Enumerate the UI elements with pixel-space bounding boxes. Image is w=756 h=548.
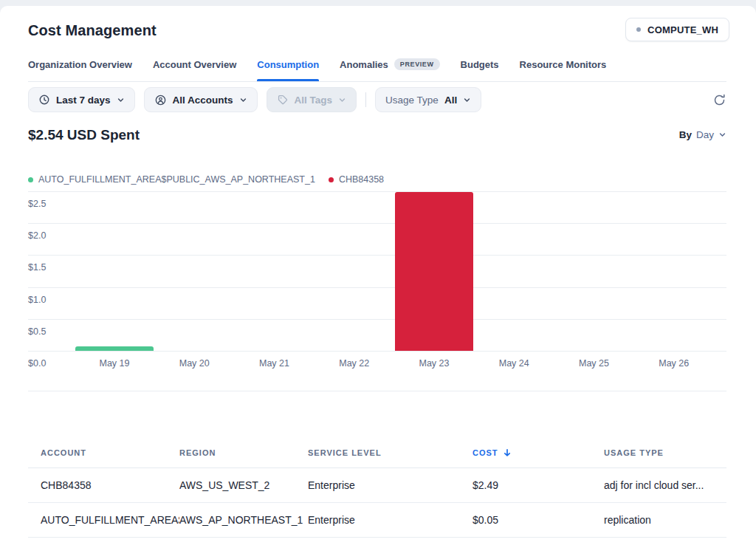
- consumption-table: ACCOUNT REGION SERVICE LEVEL COST USAGE …: [28, 437, 726, 538]
- cell-usage-type: adj for incl cloud ser...: [604, 479, 726, 491]
- x-axis-tick-label: May 19: [100, 358, 130, 369]
- warehouse-status-dot-icon: [636, 27, 641, 32]
- tags-filter: All Tags: [267, 87, 357, 112]
- tab-anomalies[interactable]: Anomalies PREVIEW: [340, 58, 439, 81]
- legend-dot-icon: [329, 177, 334, 182]
- tag-icon: [277, 94, 289, 106]
- filter-divider: [365, 92, 366, 107]
- gridline: [28, 223, 726, 224]
- table-row: CHB84358 AWS_US_WEST_2 Enterprise $2.49 …: [28, 468, 726, 503]
- table-row: AUTO_FULFILLMENT_AREA$PUBLIC AWS_AP_NORT…: [28, 503, 726, 538]
- column-header-usage-type[interactable]: USAGE TYPE: [604, 448, 726, 457]
- tab-bar: Organization Overview Account Overview C…: [28, 58, 726, 82]
- usage-type-filter[interactable]: Usage Type All: [375, 87, 481, 112]
- chart-plot: $0.5$1.0$1.5$2.0$2.5: [28, 191, 726, 352]
- warehouse-button[interactable]: COMPUTE_WH: [625, 18, 729, 41]
- sort-arrow-down-icon: [503, 448, 512, 457]
- cell-region: AWS_AP_NORTHEAST_1: [179, 514, 308, 526]
- y-axis-tick-label: $0.5: [28, 326, 46, 337]
- legend-dot-icon: [28, 177, 33, 182]
- section-divider: [28, 391, 726, 391]
- legend-item[interactable]: CHB84358: [329, 174, 384, 185]
- user-badge-icon: [154, 94, 167, 106]
- tab-budgets[interactable]: Budgets: [461, 58, 499, 81]
- cell-account: CHB84358: [28, 479, 179, 491]
- chart-x-axis: $0.0May 19May 20May 21May 22May 23May 24…: [28, 352, 726, 371]
- cell-account: AUTO_FULFILLMENT_AREA$PUBLIC: [28, 514, 179, 526]
- cell-region: AWS_US_WEST_2: [179, 479, 308, 491]
- y-axis-tick-label: $0.0: [28, 358, 46, 369]
- chevron-down-icon: [117, 96, 125, 104]
- y-axis-tick-label: $1.5: [28, 262, 46, 273]
- gridline: [28, 319, 726, 320]
- column-header-region[interactable]: REGION: [179, 448, 308, 457]
- chevron-down-icon: [338, 96, 346, 104]
- x-axis-tick-label: May 20: [179, 358, 210, 369]
- chevron-down-icon: [718, 131, 726, 139]
- total-spent-heading: $2.54 USD Spent: [28, 127, 140, 143]
- preview-badge: PREVIEW: [394, 58, 440, 70]
- accounts-filter[interactable]: All Accounts: [144, 87, 258, 112]
- chevron-down-icon: [239, 96, 247, 104]
- x-axis-tick-label: May 22: [339, 358, 369, 369]
- gridline: [28, 287, 726, 288]
- chart-bar[interactable]: [75, 346, 154, 351]
- group-by-dropdown[interactable]: By Day: [679, 129, 726, 140]
- time-range-filter[interactable]: Last 7 days: [28, 87, 135, 112]
- y-axis-tick-label: $2.0: [28, 230, 46, 241]
- x-axis-tick-label: May 23: [419, 358, 450, 369]
- cell-service-level: Enterprise: [308, 479, 472, 491]
- gridline: [28, 255, 726, 256]
- tab-organization-overview[interactable]: Organization Overview: [28, 58, 132, 81]
- chart-legend: AUTO_FULFILLMENT_AREA$PUBLIC_AWS_AP_NORT…: [28, 174, 384, 185]
- cell-service-level: Enterprise: [308, 514, 472, 526]
- chevron-down-icon: [463, 96, 471, 104]
- legend-item[interactable]: AUTO_FULFILLMENT_AREA$PUBLIC_AWS_AP_NORT…: [28, 174, 315, 185]
- tab-account-overview[interactable]: Account Overview: [153, 58, 236, 81]
- y-axis-tick-label: $1.0: [28, 295, 46, 305]
- filter-bar: Last 7 days All Accounts All Tags: [28, 87, 726, 112]
- y-axis-tick-label: $2.5: [28, 199, 46, 209]
- tab-consumption[interactable]: Consumption: [257, 58, 319, 81]
- warehouse-button-label: COMPUTE_WH: [647, 24, 718, 35]
- x-axis-tick-label: May 26: [659, 358, 689, 369]
- gridline: [28, 191, 726, 192]
- column-header-account[interactable]: ACCOUNT: [28, 448, 179, 457]
- tab-resource-monitors[interactable]: Resource Monitors: [520, 58, 607, 81]
- x-axis-tick-label: May 21: [259, 358, 289, 369]
- cell-cost: $2.49: [472, 479, 604, 491]
- cell-cost: $0.05: [472, 514, 604, 526]
- chart-bar[interactable]: [395, 192, 473, 351]
- cost-management-panel: Cost Management COMPUTE_WH Organization …: [0, 6, 756, 548]
- column-header-cost[interactable]: COST: [472, 448, 604, 457]
- refresh-icon: [713, 94, 726, 106]
- page-title: Cost Management: [28, 22, 157, 39]
- cell-usage-type: replication: [604, 514, 726, 526]
- x-axis-tick-label: May 25: [579, 358, 609, 369]
- column-header-service-level[interactable]: SERVICE LEVEL: [308, 448, 472, 457]
- x-axis-tick-label: May 24: [499, 358, 529, 369]
- refresh-button[interactable]: [712, 92, 726, 107]
- clock-icon: [38, 94, 50, 106]
- table-header-row: ACCOUNT REGION SERVICE LEVEL COST USAGE …: [28, 437, 726, 468]
